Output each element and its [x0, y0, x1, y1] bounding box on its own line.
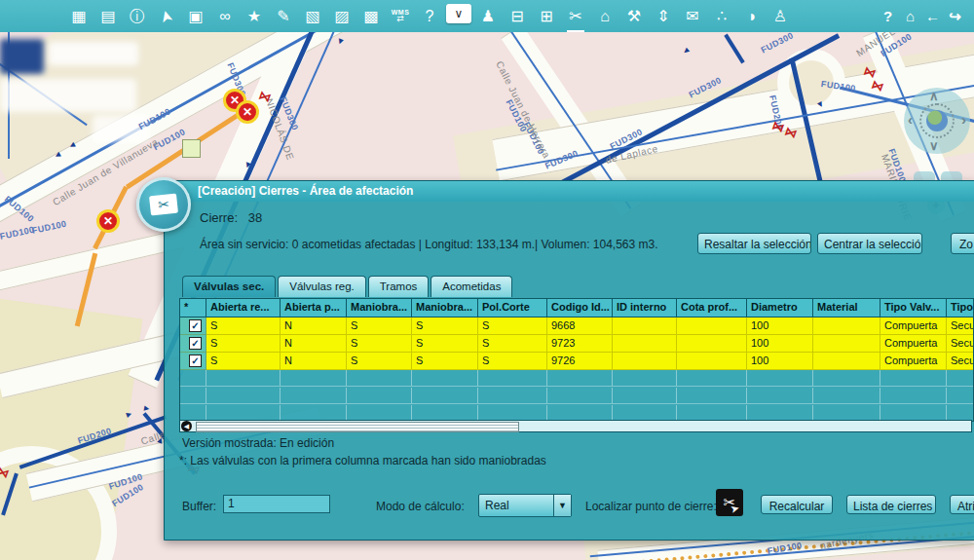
network-cut-icon[interactable]: ✂: [561, 4, 590, 29]
selection-square[interactable]: [182, 139, 201, 158]
table-cell: 9723: [547, 335, 613, 353]
table-row[interactable]: ✓SNSSS9668100CompuertaSecu: [180, 317, 973, 335]
table-empty-row: [180, 388, 973, 405]
table-cell: [613, 353, 677, 370]
closed-valve-marker[interactable]: ✕: [96, 209, 120, 233]
table-cell: [813, 353, 880, 370]
table-cell: [677, 317, 747, 335]
table-cell: N: [281, 353, 347, 370]
tools-icon[interactable]: ⚒: [619, 4, 649, 29]
print-icon[interactable]: ⊟: [503, 4, 532, 29]
column-header[interactable]: Codigo Id...: [547, 299, 613, 317]
closed-valve-marker[interactable]: ✕: [236, 100, 259, 124]
table-cell: [677, 353, 747, 370]
compass-globe[interactable]: [919, 103, 955, 138]
map-navigator[interactable]: ∧ ∨ ‹ ›: [904, 88, 970, 154]
scissors-map-icon: ✂: [149, 194, 178, 216]
cierre-value: 38: [248, 210, 262, 225]
table-hscrollbar[interactable]: ◀: [179, 420, 972, 432]
help-query-icon[interactable]: ?: [415, 4, 444, 29]
tab-v-lvulas-reg-[interactable]: Válvulas reg.: [278, 276, 365, 297]
back-icon[interactable]: ←: [921, 5, 944, 27]
column-header[interactable]: Abierta re...: [206, 299, 281, 317]
centrar-button[interactable]: Centrar la selección: [817, 233, 922, 254]
pan-down-button[interactable]: ∨: [929, 138, 939, 153]
form-grid-icon[interactable]: ▤: [94, 4, 123, 29]
map-annotation-icon[interactable]: ▧: [298, 4, 327, 29]
table-row[interactable]: ✓SNSSS9726100CompuertaSecu: [180, 353, 973, 370]
table-cell: [813, 335, 880, 353]
column-header[interactable]: Material: [813, 299, 880, 317]
maniobrada-checkbox[interactable]: ✓: [189, 355, 202, 367]
column-header[interactable]: ID interno: [613, 299, 677, 317]
scroll-left-button[interactable]: ◀: [181, 421, 192, 431]
info-icon[interactable]: ⓘ: [123, 4, 152, 29]
buffer-label: Buffer:: [182, 500, 216, 513]
theme-palette-icon[interactable]: ◑: [736, 4, 766, 29]
lista-cierres-button[interactable]: Lista de cierres: [846, 495, 936, 514]
tab-tramos[interactable]: Tramos: [368, 276, 430, 297]
table-row[interactable]: ✓SNSSS9723100CompuertaSecu: [180, 335, 973, 353]
column-header[interactable]: Maniobra...: [347, 299, 412, 317]
table-cell: N: [281, 335, 347, 353]
column-header[interactable]: Maniobra...: [412, 299, 478, 317]
windows-layers-icon[interactable]: ▣: [181, 4, 210, 29]
table-cell: [347, 370, 412, 387]
pan-up-button[interactable]: ∧: [929, 89, 939, 103]
maniobrada-checkbox[interactable]: ✓: [189, 319, 202, 332]
table-cell: [677, 370, 747, 387]
logout-icon[interactable]: ↪: [944, 5, 966, 27]
home-icon[interactable]: ⌂: [899, 5, 921, 27]
zoom-seleccion-button[interactable]: Zo: [951, 233, 974, 254]
table-cell: [947, 370, 974, 387]
pan-left-button[interactable]: ‹: [908, 111, 913, 128]
select-pointer-icon[interactable]: ➤: [151, 0, 183, 33]
info-line: Área sin servicio: 0 acometidas afectada…: [200, 238, 658, 251]
maniobrada-checkbox[interactable]: ✓: [189, 337, 202, 350]
column-header[interactable]: Pol.Corte: [478, 299, 547, 317]
resaltar-button[interactable]: Resaltar la selección: [697, 233, 811, 254]
tab-acometidas[interactable]: Acometidas: [431, 276, 512, 297]
scroll-thumb[interactable]: [196, 422, 519, 432]
help-icon[interactable]: ?: [877, 5, 899, 27]
locate-user-icon[interactable]: ♙: [766, 4, 795, 29]
presenter-icon[interactable]: ♟: [473, 4, 503, 29]
column-header[interactable]: *: [180, 299, 206, 317]
wms-icon[interactable]: WMS⇄: [386, 4, 415, 29]
chevron-down-icon[interactable]: ▼: [553, 495, 571, 516]
dialog-title[interactable]: [Creación] Cierres - Área de afectación: [165, 181, 974, 202]
recalcular-button[interactable]: Recalcular: [761, 495, 833, 514]
valvulas-table[interactable]: *Abierta re...Abierta p...Maniobra...Man…: [179, 298, 974, 422]
flow-direction-icon[interactable]: ⇕: [649, 4, 678, 29]
home-extent-icon[interactable]: ⌂: [590, 4, 619, 29]
trace-network-icon[interactable]: ∴: [707, 4, 736, 29]
favorites-star-icon[interactable]: ★: [240, 4, 269, 29]
flow-arrow-icon: ▲: [335, 36, 346, 48]
pan-right-button[interactable]: ›: [961, 111, 966, 128]
map-selection-icon[interactable]: ▨: [327, 4, 356, 29]
localizar-punto-icon[interactable]: ✂➤: [716, 489, 743, 516]
table-cell: [747, 370, 813, 387]
table-cell: [677, 388, 747, 404]
pipe-stub: [724, 34, 744, 64]
column-header[interactable]: Tipo: [947, 299, 974, 317]
table-cell: Compuerta: [880, 317, 947, 335]
column-header[interactable]: Tipo Valv...: [880, 299, 947, 317]
column-header[interactable]: Cota prof...: [677, 299, 747, 317]
binoculars-search-icon[interactable]: ∞: [210, 4, 240, 29]
map-icon[interactable]: ▦: [64, 4, 94, 29]
column-header[interactable]: Diametro: [747, 299, 813, 317]
tab-v-lvulas-sec-[interactable]: Válvulas sec.: [182, 276, 276, 297]
atributos-button[interactable]: Atributos del C: [950, 495, 974, 514]
map-route-icon[interactable]: ▩: [356, 4, 386, 29]
modo-select[interactable]: Real ▼: [478, 494, 572, 517]
buffer-input[interactable]: 1: [223, 495, 330, 513]
table-cell: S: [206, 335, 281, 353]
footnote: *: Las válvulas con la primera columna m…: [179, 454, 546, 467]
print-layout-icon[interactable]: ⊞: [532, 4, 561, 29]
column-header[interactable]: Abierta p...: [281, 299, 347, 317]
comments-icon[interactable]: ✉: [678, 4, 707, 29]
tool-dropdown[interactable]: ∨: [446, 4, 471, 23]
table-cell: S: [206, 353, 281, 370]
edit-redline-icon[interactable]: ✎: [269, 4, 298, 29]
